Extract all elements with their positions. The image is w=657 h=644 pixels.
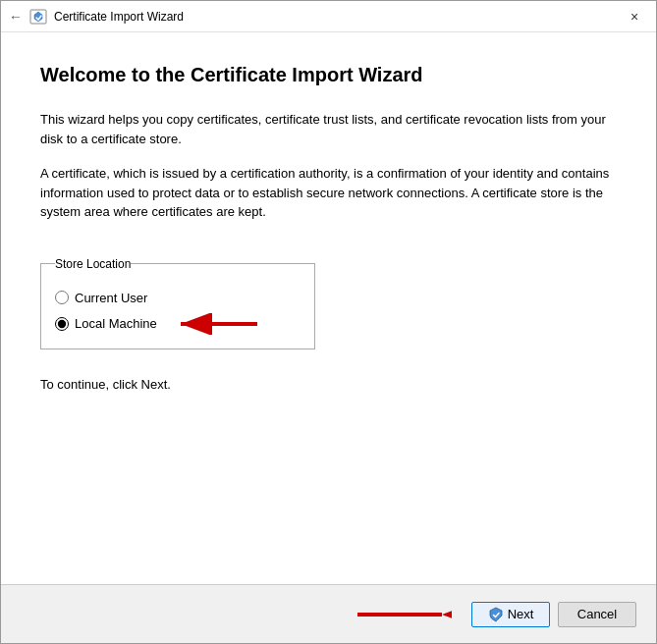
- close-button[interactable]: ×: [621, 3, 648, 30]
- local-machine-radio[interactable]: [55, 317, 69, 331]
- continue-text: To continue, click Next.: [40, 377, 617, 392]
- option-local-machine-row: Local Machine: [55, 313, 301, 335]
- footer: Next Cancel: [1, 584, 656, 643]
- current-user-radio[interactable]: [55, 291, 69, 304]
- current-user-label[interactable]: Current User: [75, 291, 147, 305]
- store-location-group: Store Location Current User Local Machin…: [40, 257, 315, 349]
- wizard-window: ← Certificate Import Wizard × Welcome to…: [0, 0, 657, 644]
- next-button[interactable]: Next: [471, 602, 550, 627]
- footer-annotation-arrow: [354, 604, 452, 625]
- title-bar-left: ← Certificate Import Wizard: [9, 7, 621, 27]
- next-shield-icon: [488, 607, 504, 622]
- wizard-heading: Welcome to the Certificate Import Wizard: [40, 64, 617, 86]
- cancel-button[interactable]: Cancel: [558, 602, 636, 627]
- title-bar: ← Certificate Import Wizard ×: [1, 1, 656, 32]
- description-para2: A certificate, which is issued by a cert…: [40, 164, 617, 222]
- next-label: Next: [508, 607, 534, 621]
- description-para1: This wizard helps you copy certificates,…: [40, 110, 617, 148]
- cancel-label: Cancel: [577, 607, 617, 621]
- back-button[interactable]: ←: [9, 9, 23, 25]
- option-current-user-row: Current User: [55, 291, 301, 305]
- wizard-icon: [28, 7, 48, 27]
- local-machine-label[interactable]: Local Machine: [75, 316, 157, 331]
- annotation-arrow: [171, 313, 259, 335]
- store-location-label: Store Location: [55, 257, 131, 271]
- wizard-content: Welcome to the Certificate Import Wizard…: [1, 32, 656, 584]
- title-bar-text: Certificate Import Wizard: [54, 10, 184, 24]
